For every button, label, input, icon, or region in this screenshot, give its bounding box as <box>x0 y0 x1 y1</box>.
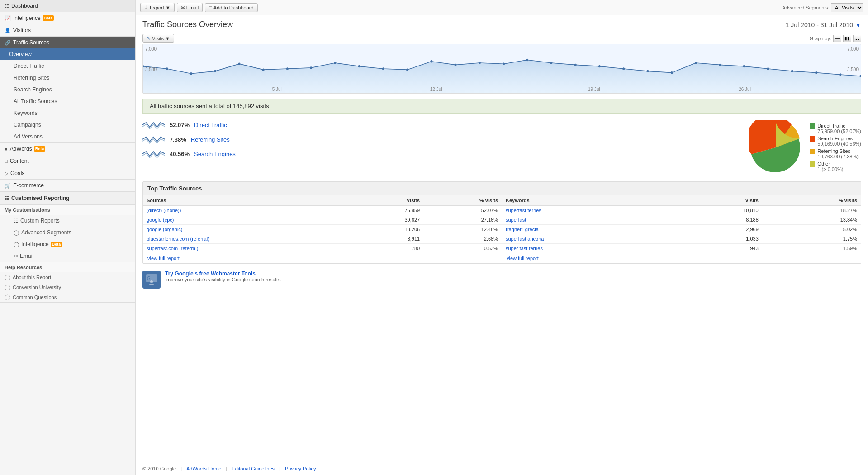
sidebar-item-ad-versions[interactable]: Ad Versions <box>0 131 135 142</box>
source-link[interactable]: google (organic) <box>147 227 183 232</box>
visitors-icon: 👤 <box>5 28 11 33</box>
help-item-common-questions[interactable]: ◯ Common Questions <box>0 292 135 302</box>
stat-link-direct[interactable]: Direct Traffic <box>194 122 227 128</box>
sidebar-ecommerce-label: E-commerce <box>13 182 44 189</box>
sidebar-item-overview[interactable]: Overview <box>0 48 135 60</box>
keyword-link[interactable]: superfast <box>506 217 526 223</box>
keyword-link[interactable]: superfast ferries <box>506 208 541 213</box>
webmaster-icon: G <box>142 271 161 289</box>
keywords-view-full: view full report <box>502 253 861 263</box>
keyword-link[interactable]: fraghetti grecia <box>506 227 539 232</box>
wave-icon-referring <box>142 135 165 144</box>
legend-value-other: 1 (> 0.00%) <box>817 166 843 172</box>
table-row: superfast ancona 1,033 1.75% <box>502 234 861 244</box>
visits-chevron-icon: ▼ <box>165 36 170 41</box>
source-link[interactable]: superfast.com (referral) <box>147 246 198 251</box>
sidebar-item-intelligence-sub[interactable]: ◯ Intelligence Beta <box>0 238 135 250</box>
add-to-dashboard-button[interactable]: □ Add to Dashboard <box>205 3 257 12</box>
source-visits: 39,627 <box>356 215 424 225</box>
svg-point-12 <box>430 60 432 62</box>
sidebar-item-dashboard[interactable]: ☷ Dashboard <box>0 0 135 12</box>
sidebar-content-label: Content <box>10 158 29 164</box>
graph-bar-button[interactable]: ▮▮ <box>843 35 851 42</box>
keywords-visits-header: Visits <box>676 195 762 206</box>
sources-table-half: Sources Visits % visits (direct) ((none)… <box>143 195 502 263</box>
help-item-about-report[interactable]: ◯ About this Report <box>0 272 135 282</box>
footer-editorial-guidelines[interactable]: Editorial Guidelines <box>232 466 275 471</box>
footer-copyright: © 2010 Google <box>142 466 176 471</box>
sidebar-item-content[interactable]: □ Content <box>0 155 135 167</box>
help-item-conversion-university[interactable]: ◯ Conversion University <box>0 282 135 292</box>
sidebar-item-email[interactable]: ✉ Email <box>0 250 135 262</box>
sidebar-item-all-traffic-sources[interactable]: All Traffic Sources <box>0 95 135 107</box>
source-link[interactable]: (direct) ((none)) <box>147 208 181 213</box>
sidebar-item-campaigns[interactable]: Campaigns <box>0 119 135 131</box>
sidebar-item-adwords[interactable]: ■ AdWords Beta <box>0 143 135 155</box>
webmaster-text: Try Google's free Webmaster Tools. Impro… <box>165 271 282 282</box>
stat-link-referring[interactable]: Referring Sites <box>191 136 230 143</box>
source-visits: 75,959 <box>356 206 424 215</box>
sources-view-full-link[interactable]: view full report <box>147 256 180 261</box>
adwords-icon: ■ <box>5 146 8 152</box>
svg-point-14 <box>479 62 481 64</box>
source-link[interactable]: bluestarferries.com (referral) <box>147 236 209 242</box>
sidebar-item-referring-sites[interactable]: Referring Sites <box>0 72 135 84</box>
x-label-12jul: 12 Jul <box>430 87 442 92</box>
sidebar-item-traffic-sources[interactable]: 🔗 Traffic Sources <box>0 37 135 48</box>
svg-point-4 <box>238 63 240 65</box>
svg-point-9 <box>358 65 360 67</box>
date-range-arrow[interactable]: ▼ <box>855 21 861 28</box>
keywords-table-half: Keywords Visits % visits superfast ferri… <box>502 195 861 263</box>
visits-dropdown[interactable]: ∿ Visits ▼ <box>142 34 174 43</box>
toolbar-left: ⇓ Export ▼ ✉ Email □ Add to Dashboard <box>140 3 258 12</box>
customised-reporting-icon: ☷ <box>5 195 9 201</box>
sidebar-item-keywords[interactable]: Keywords <box>0 107 135 119</box>
all-visits-select[interactable]: All Visits <box>831 3 863 12</box>
svg-point-32 <box>150 280 153 283</box>
tables-row: Sources Visits % visits (direct) ((none)… <box>143 195 861 263</box>
stat-row-search: 40.56% Search Engines <box>142 149 740 158</box>
svg-point-6 <box>286 67 289 70</box>
legend-value-direct: 75,959.00 (52.07%) <box>817 128 861 134</box>
sidebar-item-goals[interactable]: ▷ Goals <box>0 167 135 179</box>
email-button[interactable]: ✉ Email <box>177 3 203 12</box>
webmaster-title[interactable]: Try Google's free Webmaster Tools. <box>165 271 282 277</box>
sidebar-item-direct-traffic[interactable]: Direct Traffic <box>0 60 135 72</box>
y-max-right: 7,000 <box>847 47 859 52</box>
stat-row-referring: 7.38% Referring Sites <box>142 135 740 144</box>
stat-link-search[interactable]: Search Engines <box>194 151 236 157</box>
legend-item-direct: Direct Traffic 75,959.00 (52.07%) <box>810 123 861 134</box>
keywords-col-header: Keywords <box>502 195 676 206</box>
source-link[interactable]: google (cpc) <box>147 217 174 223</box>
export-chevron-icon: ▼ <box>166 5 171 10</box>
sidebar-item-search-engines[interactable]: Search Engines <box>0 84 135 95</box>
graph-line-button[interactable]: ― <box>833 35 841 42</box>
sidebar-referring-sites-label: Referring Sites <box>14 75 49 81</box>
sidebar-item-custom-reports[interactable]: ☷ Custom Reports <box>0 215 135 227</box>
sidebar-item-advanced-segments[interactable]: ◯ Advanced Segments <box>0 227 135 238</box>
svg-point-1 <box>166 67 168 70</box>
sidebar-item-visitors[interactable]: 👤 Visitors <box>0 24 135 36</box>
intelligence-icon: 📈 <box>5 15 11 21</box>
footer-privacy-policy[interactable]: Privacy Policy <box>285 466 316 471</box>
source-pct: 0.53% <box>423 244 502 253</box>
y-mid-left: 3,500 <box>145 67 157 72</box>
sidebar-item-intelligence[interactable]: 📈 Intelligence Beta <box>0 12 135 24</box>
adwords-beta-badge: Beta <box>34 146 46 152</box>
keywords-view-full-link[interactable]: view full report <box>507 256 539 261</box>
conversion-university-icon: ◯ <box>5 284 10 290</box>
table-row: google (cpc) 39,627 27.16% <box>143 215 502 225</box>
keyword-link[interactable]: super fast ferries <box>506 246 543 251</box>
source-pct: 12.48% <box>423 225 502 234</box>
svg-point-20 <box>622 67 625 70</box>
sidebar-item-customised-reporting[interactable]: ☷ Customised Reporting <box>0 192 135 205</box>
graph-table-button[interactable]: ☷ <box>853 35 861 42</box>
stat-pct-referring: 7.38% <box>170 136 186 143</box>
export-button[interactable]: ⇓ Export ▼ <box>140 3 175 12</box>
keyword-link[interactable]: superfast ancona <box>506 236 544 242</box>
footer-adwords-home[interactable]: AdWords Home <box>186 466 221 471</box>
footer: © 2010 Google | AdWords Home | Editorial… <box>136 462 868 475</box>
summary-text: All traffic sources sent a total of 145,… <box>150 103 269 109</box>
stat-row-direct: 52.07% Direct Traffic <box>142 120 740 129</box>
sidebar-item-ecommerce[interactable]: 🛒 E-commerce <box>0 180 135 191</box>
